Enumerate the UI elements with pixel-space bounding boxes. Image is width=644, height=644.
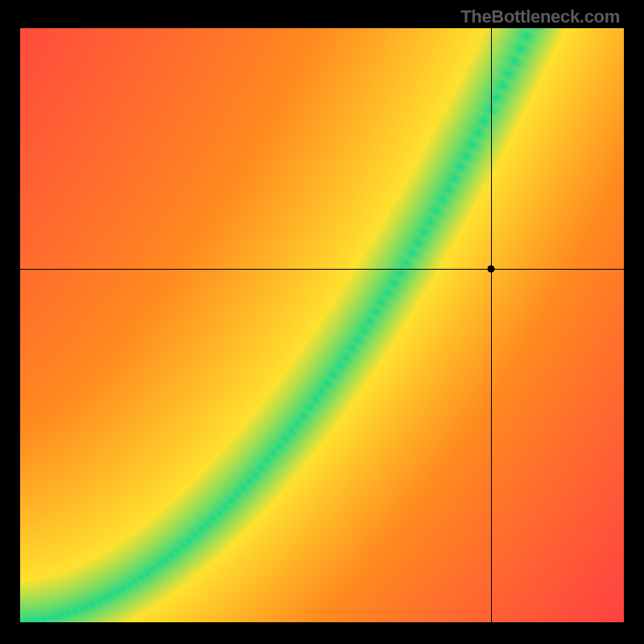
heatmap-plot (20, 28, 624, 622)
chart-container: TheBottleneck.com (0, 0, 644, 644)
watermark-text: TheBottleneck.com (460, 6, 620, 27)
heatmap-canvas (20, 28, 624, 622)
crosshair-marker-dot (488, 265, 495, 272)
crosshair-vertical (491, 28, 492, 622)
crosshair-horizontal (20, 269, 624, 270)
